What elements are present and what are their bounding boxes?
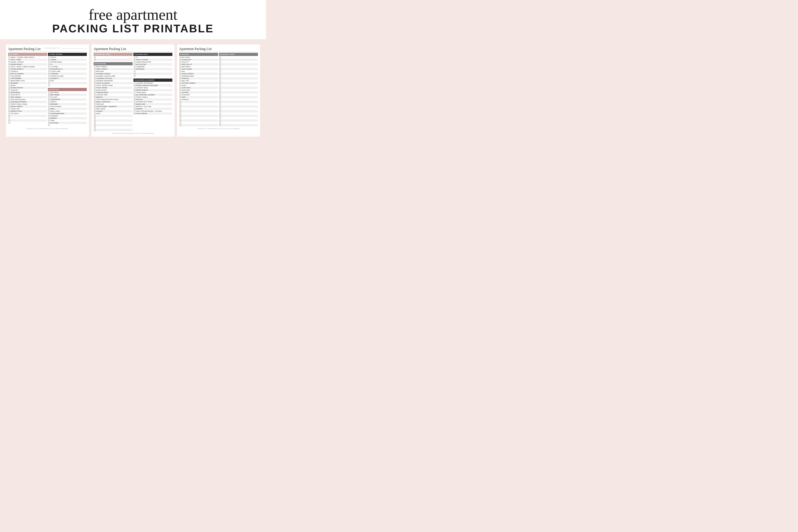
checkbox[interactable] [220,66,221,68]
checkbox[interactable] [179,75,181,77]
checkbox[interactable] [8,85,10,86]
checkbox[interactable] [8,64,10,65]
checkbox[interactable] [220,73,221,75]
checkbox[interactable] [8,101,10,102]
checkbox[interactable] [179,117,181,119]
checkbox[interactable] [94,75,96,77]
checkbox[interactable] [179,94,181,96]
checkbox[interactable] [134,71,135,72]
checkbox[interactable] [220,103,221,105]
checkbox[interactable] [220,106,221,107]
checkbox[interactable] [220,57,221,58]
checkbox[interactable] [220,96,221,98]
checkbox[interactable] [220,122,221,124]
checkbox[interactable] [220,92,221,93]
checkbox[interactable] [179,59,181,60]
checkbox[interactable] [8,71,10,72]
checkbox[interactable] [8,103,10,105]
checkbox[interactable] [220,78,221,79]
checkbox[interactable] [179,113,181,114]
checkbox[interactable] [8,80,10,81]
checkbox[interactable] [134,94,135,96]
checkbox[interactable] [8,57,10,58]
checkbox[interactable] [8,73,10,75]
checkbox[interactable] [134,96,135,98]
checkbox[interactable] [179,120,181,121]
checkbox[interactable] [48,59,50,60]
checkbox[interactable] [8,92,10,93]
checkbox[interactable] [220,94,221,96]
checkbox[interactable] [8,115,10,117]
checkbox[interactable] [220,115,221,117]
checkbox[interactable] [8,94,10,96]
checkbox[interactable] [179,68,181,70]
checkbox[interactable] [134,89,135,91]
checkbox[interactable] [134,57,135,58]
checkbox[interactable] [48,108,50,110]
checkbox[interactable] [179,106,181,107]
checkbox[interactable] [134,99,135,100]
checkbox[interactable] [8,75,10,77]
checkbox[interactable] [134,59,135,60]
checkbox[interactable] [179,96,181,98]
checkbox[interactable] [179,89,181,91]
checkbox[interactable] [220,82,221,84]
checkbox[interactable] [94,89,96,91]
checkbox[interactable] [220,101,221,102]
checkbox[interactable] [179,115,181,117]
checkbox[interactable] [179,85,181,86]
checkbox[interactable] [94,87,96,89]
checkbox[interactable] [94,85,96,86]
checkbox[interactable] [179,111,181,112]
checkbox[interactable] [94,94,96,96]
checkbox[interactable] [8,82,10,84]
checkbox[interactable] [8,99,10,100]
checkbox[interactable] [134,108,135,110]
checkbox[interactable] [94,99,96,100]
checkbox[interactable] [179,122,181,124]
checkbox[interactable] [94,103,96,105]
checkbox[interactable] [134,113,135,114]
checkbox[interactable] [94,73,96,75]
checkbox[interactable] [179,64,181,65]
checkbox[interactable] [8,78,10,79]
checkbox[interactable] [8,66,10,68]
checkbox[interactable] [134,82,135,84]
checkbox[interactable] [179,92,181,93]
checkbox[interactable] [94,59,96,60]
checkbox[interactable] [48,103,50,105]
checkbox[interactable] [48,96,50,98]
checkbox[interactable] [8,120,10,121]
checkbox[interactable] [48,94,50,96]
checkbox[interactable] [94,92,96,93]
checkbox[interactable] [179,66,181,68]
checkbox[interactable] [179,71,181,72]
checkbox[interactable] [220,89,221,91]
checkbox[interactable] [94,125,96,126]
checkbox[interactable] [48,61,50,63]
checkbox[interactable] [134,85,135,86]
checkbox[interactable] [48,125,50,126]
checkbox[interactable] [94,82,96,84]
checkbox[interactable] [134,111,135,112]
checkbox[interactable] [48,82,50,84]
checkbox[interactable] [134,92,135,93]
checkbox[interactable] [94,57,96,58]
checkbox[interactable] [48,78,50,79]
checkbox[interactable] [220,108,221,110]
checkbox[interactable] [179,57,181,58]
checkbox[interactable] [94,66,96,68]
checkbox[interactable] [94,68,96,70]
checkbox[interactable] [134,68,135,70]
checkbox[interactable] [48,57,50,58]
checkbox[interactable] [94,78,96,79]
checkbox[interactable] [8,68,10,70]
checkbox[interactable] [48,115,50,117]
checkbox[interactable] [220,125,221,126]
checkbox[interactable] [48,85,50,86]
checkbox[interactable] [48,101,50,102]
checkbox[interactable] [179,99,181,100]
checkbox[interactable] [134,87,135,89]
checkbox[interactable] [94,111,96,112]
checkbox[interactable] [220,59,221,60]
